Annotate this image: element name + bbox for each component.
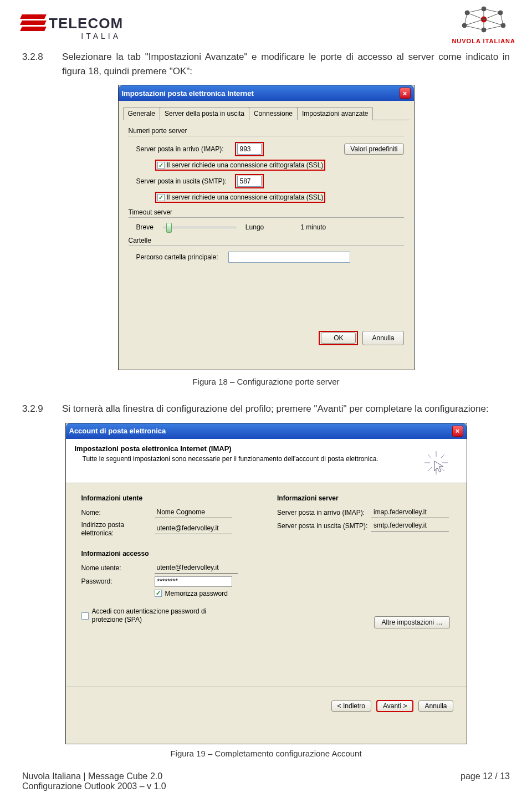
breve-label: Breve [136, 223, 154, 231]
more-settings-button[interactable]: Altre impostazioni … [374, 616, 449, 628]
email-label: Indirizzo posta elettronica: [81, 521, 155, 538]
telecom-stripes-icon [21, 14, 45, 33]
section-text: Selezionare la tab "Impostazioni Avanzat… [62, 50, 510, 78]
out-input[interactable]: smtp.federvolley.it [371, 521, 449, 531]
figure-18-caption: Figura 18 – Configurazione porte server [0, 377, 532, 386]
in-input[interactable]: imap.federvolley.it [371, 508, 449, 518]
folder-input[interactable] [228, 252, 350, 263]
smtp-label: Server posta in uscita (SMTP): [136, 177, 232, 185]
footer-line1: Nuvola Italiana | Message Cube 2.0 [22, 771, 166, 781]
group-access: Informazioni accesso [81, 550, 255, 558]
smtp-port-highlight [235, 174, 264, 188]
ssl1-checkbox[interactable]: ✓ [157, 162, 165, 169]
svg-line-14 [428, 467, 432, 471]
dialog-email-account: Account di posta elettronica × Impostazi… [65, 423, 467, 744]
email-input[interactable]: utente@federvolley.it [155, 524, 232, 534]
group-user: Informazioni utente [81, 494, 255, 502]
back-button[interactable]: < Indietro [331, 700, 371, 712]
folder-label: Percorso cartella principale: [136, 253, 225, 261]
section-num: 3.2.8 [22, 50, 62, 78]
close-icon[interactable]: × [400, 88, 411, 99]
ok-button[interactable]: OK [321, 333, 356, 344]
spa-label: Accedi con autenticazione password di pr… [92, 607, 214, 625]
footer-page: page 12 / 13 [461, 771, 510, 791]
group-server: Informazioni server [277, 494, 451, 502]
section-num-2: 3.2.9 [22, 402, 62, 416]
figure-19-caption: Figura 19 – Completamento configurazione… [0, 749, 532, 758]
spa-checkbox[interactable]: ✓ [81, 612, 89, 620]
cursor-star-icon [422, 449, 450, 477]
dialog-advanced-settings: Impostazioni posta elettronica Internet … [118, 85, 415, 370]
out-label: Server posta in uscita (SMTP): [277, 522, 371, 530]
ssl1-label: Il server richiede una connessione critt… [167, 161, 324, 169]
name-label: Nome: [81, 509, 155, 517]
wizard-title: Impostazioni posta elettronica Internet … [75, 444, 458, 453]
defaults-button[interactable]: Valori predefiniti [344, 144, 403, 155]
cancel-button[interactable]: Annulla [362, 331, 403, 345]
dialog-title: Impostazioni posta elettronica Internet [122, 89, 254, 98]
lungo-label: Lungo [245, 223, 264, 231]
next-button[interactable]: Avanti > [377, 700, 413, 712]
remember-checkbox[interactable]: ✓ [155, 590, 162, 597]
tab-advanced[interactable]: Impostazioni avanzate [297, 107, 373, 120]
smtp-port-input[interactable] [237, 176, 262, 187]
telecom-logo: TELECOM ITALIA [21, 14, 123, 40]
footer-line2: Configurazione Outlook 2003 – v 1.0 [22, 781, 166, 791]
imap-port-input[interactable] [237, 144, 262, 155]
tab-connection[interactable]: Connessione [249, 107, 298, 120]
nuvola-label: NUVOLA ITALIANA [452, 38, 515, 44]
group-timeout: Timeout server [129, 208, 404, 216]
name-input[interactable]: Nome Cognome [155, 508, 232, 518]
group-ports: Numeri porte server [129, 127, 404, 135]
pass-label: Password: [81, 577, 155, 586]
telecom-sub: ITALIA [21, 32, 123, 40]
timeout-slider[interactable] [163, 227, 236, 228]
nuvola-cloud-icon [459, 4, 509, 33]
ssl2-highlight: ✓ Il server richiede una connessione cri… [155, 192, 326, 203]
tab-outgoing[interactable]: Server della posta in uscita [160, 107, 249, 120]
titlebar[interactable]: Impostazioni posta elettronica Internet … [119, 85, 414, 101]
dialog2-title: Account di posta elettronica [69, 427, 166, 435]
wizard-desc: Tutte le seguenti impostazioni sono nece… [75, 455, 385, 463]
titlebar-2[interactable]: Account di posta elettronica × [66, 423, 467, 439]
minuto-label: 1 minuto [300, 223, 326, 231]
ssl1-highlight: ✓ Il server richiede una connessione cri… [155, 160, 326, 171]
in-label: Server posta in arrivo (IMAP): [277, 509, 371, 517]
svg-line-13 [441, 454, 444, 458]
ssl2-label: Il server richiede una connessione critt… [167, 193, 324, 201]
tab-general[interactable]: Generale [123, 107, 160, 120]
ssl2-checkbox[interactable]: ✓ [157, 194, 165, 201]
close-icon-2[interactable]: × [452, 426, 463, 437]
telecom-name: TELECOM [49, 15, 123, 32]
remember-label: Memorizza password [165, 590, 228, 597]
cancel-button-2[interactable]: Annulla [418, 700, 453, 712]
nuvola-logo: NUVOLA ITALIANA [452, 4, 515, 44]
svg-line-12 [441, 467, 444, 471]
section-text-2: Si tornerà alla finestra di configurazio… [62, 402, 510, 416]
group-folders: Cartelle [129, 237, 404, 244]
user-label: Nome utente: [81, 564, 155, 572]
user-input[interactable]: utente@federvolley.it [155, 563, 238, 574]
svg-line-11 [428, 454, 432, 458]
pass-input[interactable]: ******** [155, 576, 232, 587]
imap-port-highlight [235, 142, 264, 156]
ok-highlight: OK [319, 331, 358, 345]
imap-label: Server posta in arrivo (IMAP): [136, 145, 232, 153]
